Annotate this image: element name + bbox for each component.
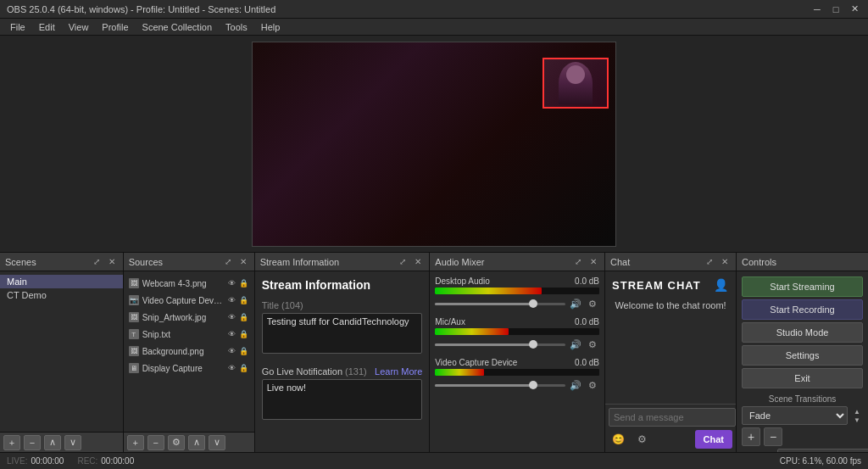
- source-lock-icon[interactable]: 🔒: [239, 312, 249, 322]
- studio-mode-button[interactable]: Studio Mode: [742, 322, 863, 343]
- menu-profile[interactable]: Profile: [95, 19, 135, 35]
- source-item[interactable]: T Snip.txt 👁 🔒: [124, 326, 254, 343]
- add-remove-row: + −: [742, 427, 863, 446]
- chat-expand-icon[interactable]: ⤢: [704, 256, 715, 268]
- chat-emote-button[interactable]: 😊: [609, 430, 627, 449]
- scenes-expand-icon[interactable]: ⤢: [91, 256, 103, 268]
- source-item[interactable]: 🖼 Snip_Artwork.jpg 👁 🔒: [124, 309, 254, 326]
- audio-track-mic-header: Mic/Aux 0.0 dB: [435, 317, 599, 327]
- audio-vol-fill-desktop: [435, 303, 532, 305]
- maximize-button[interactable]: □: [829, 3, 843, 16]
- chat-settings-button[interactable]: ⚙: [632, 430, 651, 449]
- menu-scene-collection[interactable]: Scene Collection: [136, 19, 220, 35]
- audio-vol-handle-video[interactable]: [529, 381, 537, 389]
- scenes-up-button[interactable]: ∧: [44, 435, 61, 450]
- source-eye-icon[interactable]: 👁: [227, 312, 237, 322]
- title-field-input[interactable]: [262, 313, 423, 354]
- chat-input[interactable]: [609, 408, 736, 427]
- settings-button[interactable]: Settings: [742, 345, 863, 366]
- scene-item-ctdemo[interactable]: CT Demo: [0, 288, 123, 302]
- chat-panel-title: Chat: [610, 257, 630, 267]
- chat-close-icon[interactable]: ✕: [719, 256, 731, 268]
- source-item[interactable]: 🖥 Display Capture 👁 🔒: [124, 360, 254, 377]
- audio-mute-mic[interactable]: 🔊: [569, 338, 582, 351]
- source-eye-icon[interactable]: 👁: [227, 363, 237, 373]
- scenes-remove-button[interactable]: −: [24, 435, 41, 450]
- source-name: Webcam 4-3.png: [142, 279, 224, 288]
- source-lock-icon[interactable]: 🔒: [239, 346, 249, 356]
- start-streaming-button[interactable]: Start Streaming: [742, 276, 863, 297]
- sources-close-icon[interactable]: ✕: [237, 256, 249, 268]
- source-lock-icon[interactable]: 🔒: [239, 295, 249, 305]
- audio-vol-handle-mic[interactable]: [529, 340, 537, 349]
- menu-help[interactable]: Help: [254, 19, 287, 35]
- menu-edit[interactable]: Edit: [32, 19, 62, 35]
- chat-send-button[interactable]: Chat: [695, 430, 732, 449]
- audio-mute-video[interactable]: 🔊: [569, 378, 582, 392]
- source-item[interactable]: 🖼 Webcam 4-3.png 👁 🔒: [124, 275, 254, 292]
- scenes-close-icon[interactable]: ✕: [106, 256, 118, 268]
- minimize-button[interactable]: ─: [810, 3, 824, 16]
- audio-gear-desktop[interactable]: ⚙: [586, 297, 599, 310]
- sources-down-button[interactable]: ∨: [209, 435, 225, 450]
- fade-arrow-down[interactable]: ▼: [851, 416, 863, 424]
- source-eye-icon[interactable]: 👁: [227, 295, 237, 305]
- source-eye-icon[interactable]: 👁: [227, 346, 237, 356]
- live-now-input[interactable]: [262, 379, 423, 420]
- source-lock-icon[interactable]: 🔒: [239, 363, 249, 373]
- source-name: Video Capture Device: [142, 296, 224, 305]
- audio-gear-video[interactable]: ⚙: [586, 378, 599, 392]
- source-image-icon: 🖼: [129, 278, 139, 288]
- stream-info-expand-icon[interactable]: ⤢: [397, 256, 409, 268]
- menu-tools[interactable]: Tools: [219, 19, 254, 35]
- audio-vol-handle-desktop[interactable]: [529, 299, 537, 308]
- scene-item-main[interactable]: Main: [0, 275, 123, 288]
- preview-canvas[interactable]: [0, 36, 868, 252]
- scene-transition-add-button[interactable]: +: [742, 427, 760, 446]
- audio-content: Desktop Audio 0.0 dB 🔊 ⚙: [430, 271, 604, 452]
- webcam-person: [559, 62, 593, 104]
- learn-more-link[interactable]: Learn More: [375, 366, 422, 377]
- source-lock-icon[interactable]: 🔒: [239, 329, 249, 339]
- source-item[interactable]: 📷 Video Capture Device 👁 🔒: [124, 292, 254, 309]
- audio-gear-mic[interactable]: ⚙: [586, 338, 599, 351]
- scenes-down-button[interactable]: ∨: [64, 435, 81, 450]
- source-text-icon: T: [129, 329, 139, 339]
- audio-vol-fill-video: [435, 384, 532, 387]
- audio-close-icon[interactable]: ✕: [587, 256, 599, 268]
- menu-file[interactable]: File: [3, 19, 32, 35]
- stream-info-close-icon[interactable]: ✕: [412, 256, 424, 268]
- scenes-add-button[interactable]: +: [3, 435, 20, 450]
- sources-add-button[interactable]: +: [127, 435, 144, 450]
- audio-vol-slider-mic[interactable]: [435, 343, 565, 346]
- sources-expand-icon[interactable]: ⤢: [222, 256, 234, 268]
- audio-vol-slider-desktop[interactable]: [435, 303, 565, 305]
- fade-arrows: ▲ ▼: [851, 407, 863, 424]
- sources-remove-button[interactable]: −: [147, 435, 164, 450]
- scene-transition-remove-button[interactable]: −: [764, 427, 782, 446]
- start-recording-button[interactable]: Start Recording: [742, 299, 863, 320]
- audio-track-video-db: 0.0 dB: [575, 358, 599, 367]
- audio-mixer-panel: Audio Mixer ⤢ ✕ Desktop Audio 0.0 dB: [430, 253, 605, 452]
- source-eye-icon[interactable]: 👁: [227, 278, 237, 288]
- menu-view[interactable]: View: [62, 19, 96, 35]
- audio-meter-desktop-fill: [435, 288, 542, 294]
- chat-user-icon[interactable]: 👤: [712, 276, 729, 293]
- sources-up-button[interactable]: ∧: [188, 435, 205, 450]
- source-item[interactable]: 🖼 Background.png 👁 🔒: [124, 343, 254, 360]
- cpu-value: CPU: 6.1%, 60.00 fps: [780, 456, 861, 466]
- fade-arrow-up[interactable]: ▲: [851, 407, 863, 416]
- audio-controls-video: 🔊 ⚙: [435, 378, 599, 392]
- source-lock-icon[interactable]: 🔒: [239, 278, 249, 288]
- controls-panel-title: Controls: [742, 257, 776, 267]
- close-button[interactable]: ✕: [848, 3, 861, 16]
- fade-select[interactable]: Fade: [742, 406, 848, 425]
- source-eye-icon[interactable]: 👁: [227, 329, 237, 339]
- audio-mute-desktop[interactable]: 🔊: [569, 297, 582, 310]
- audio-expand-icon[interactable]: ⤢: [572, 256, 584, 268]
- preview-inner: [252, 42, 616, 247]
- exit-button[interactable]: Exit: [742, 368, 863, 388]
- audio-vol-slider-video[interactable]: [435, 384, 565, 387]
- sources-settings-button[interactable]: ⚙: [168, 435, 185, 450]
- audio-track-video-header: Video Capture Device 0.0 dB: [435, 358, 599, 367]
